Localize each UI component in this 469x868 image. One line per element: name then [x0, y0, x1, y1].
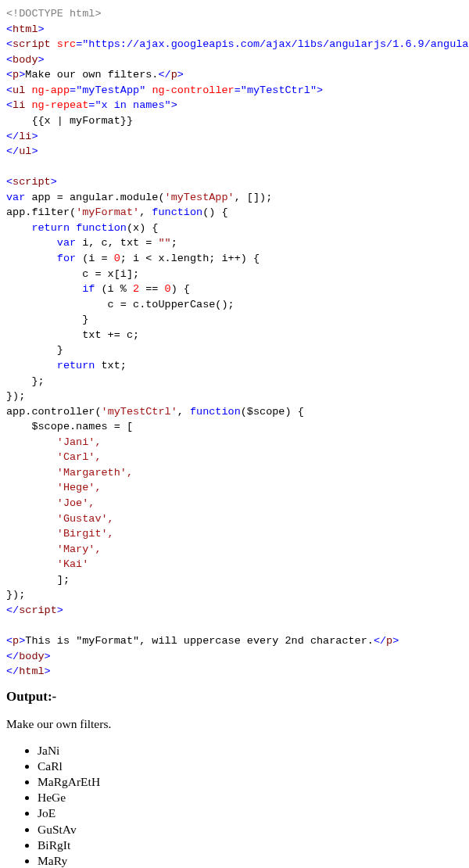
output-list: JaNi CaRl MaRgArEtH HeGe JoE GuStAv BiRg…: [6, 743, 463, 868]
doctype: <!DOCTYPE html>: [6, 8, 102, 20]
list-item: HeGe: [38, 790, 463, 805]
output-heading: Output:-: [6, 687, 463, 707]
code-block: <!DOCTYPE html> <html> <script src="http…: [6, 6, 463, 680]
list-item: MaRy: [38, 853, 463, 868]
list-item: BiRgIt: [38, 838, 463, 853]
list-item: MaRgArEtH: [38, 774, 463, 790]
list-item: JoE: [38, 805, 463, 821]
output-block: Make our own filters. JaNi CaRl MaRgArEt…: [6, 716, 463, 868]
list-item: CaRl: [38, 759, 463, 774]
output-paragraph-1: Make our own filters.: [6, 716, 463, 733]
list-item: JaNi: [38, 743, 463, 759]
list-item: GuStAv: [38, 822, 463, 838]
